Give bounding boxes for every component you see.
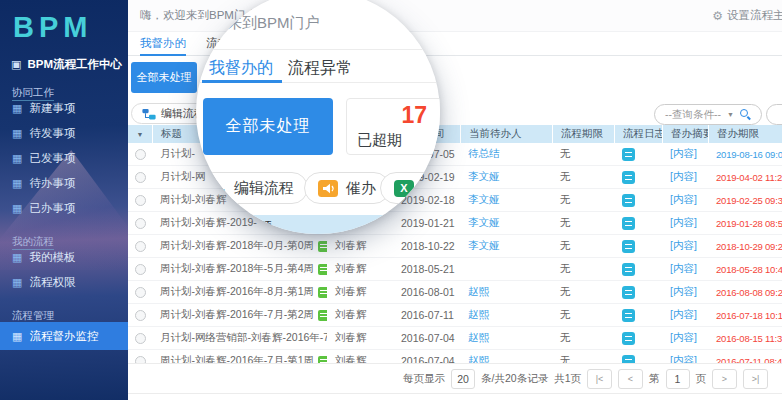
welcome-bar: 嗨，欢迎来到BPM门户 ⚙ 设置流程主题 (128, 0, 782, 32)
summary-link[interactable]: [内容] (662, 308, 708, 322)
sidebar-item-to-send[interactable]: ▦ 待发事项 (0, 121, 128, 146)
excel-doc-icon (318, 310, 327, 321)
assignee-link[interactable]: 李文娅 (460, 193, 552, 207)
summary-link[interactable]: [内容] (662, 147, 708, 161)
assignee-link[interactable]: 赵熙 (460, 331, 552, 345)
flow-log-icon[interactable] (622, 148, 635, 161)
sidebar-item-sent[interactable]: ▦ 已发事项 (0, 146, 128, 171)
sidebar-item-done[interactable]: ▦ 已办事项 (0, 196, 128, 221)
flow-log-icon[interactable] (622, 286, 635, 299)
flow-log-icon[interactable] (622, 171, 635, 184)
summary-link[interactable]: [内容] (662, 170, 708, 184)
magnified-overdue-card[interactable]: 17 已超期 (346, 98, 440, 155)
page-input[interactable]: 1 (666, 369, 690, 389)
summary-link[interactable]: [内容] (662, 262, 708, 276)
chevron-down-icon: ▼ (727, 111, 734, 118)
flow-log-icon[interactable] (622, 194, 635, 207)
summary-link[interactable]: [内容] (662, 239, 708, 253)
doc-icon: ▦ (12, 103, 22, 114)
row-radio[interactable] (135, 241, 146, 252)
row-radio[interactable] (135, 172, 146, 183)
row-radio[interactable] (135, 195, 146, 206)
flow-log-icon[interactable] (622, 240, 635, 253)
table-row[interactable]: 周计划-刘春辉-2018年-5月-第4周 刘春辉 2018-05-21 无 [内… (128, 258, 782, 281)
col-supervise-deadline: 督办期限 (708, 125, 782, 143)
flow-log-icon[interactable] (622, 332, 635, 345)
row-radio[interactable] (135, 310, 146, 321)
magnified-all-unprocessed-button[interactable]: 全部未处理 (203, 98, 333, 155)
assignee-link[interactable]: 李文娅 (460, 216, 552, 230)
excel-doc-icon (318, 287, 327, 298)
table-row[interactable]: 月计划-网络营销部-刘春辉-2016年-7月 刘春辉 2016-07-04 赵熙… (128, 327, 782, 350)
sidebar-item-my-templates[interactable]: ▦ 我的模板 (0, 245, 128, 270)
table-row[interactable]: 周计划-刘春辉-2019- 2019-01-21 李文娅 无 [内容] 2019… (128, 212, 782, 235)
total-pages-label: 共1页 (554, 372, 581, 386)
first-page-button[interactable]: |< (587, 369, 612, 389)
row-radio[interactable] (135, 333, 146, 344)
magnified-tab-my-supervised[interactable]: 我督办的 (209, 58, 273, 79)
tab-my-supervised[interactable]: 我督办的 (140, 32, 186, 55)
last-page-button[interactable]: >| (743, 369, 768, 389)
assignee-link[interactable]: 赵熙 (460, 308, 552, 322)
doc-icon: ▦ (12, 178, 22, 189)
assignee-link[interactable]: 赵熙 (460, 285, 552, 299)
flow-log-icon[interactable] (622, 309, 635, 322)
sidebar-item-flow-permissions[interactable]: ▦ 流程权限 (0, 270, 128, 295)
jump-pre-label: 第 (649, 372, 660, 386)
per-page-input[interactable]: 20 (451, 369, 475, 389)
query-condition-select[interactable]: --查询条件-- ▼ (654, 104, 762, 125)
sort-caret-icon: ▼ (137, 131, 144, 138)
row-radio[interactable] (135, 149, 146, 160)
excel-doc-icon (318, 264, 327, 275)
row-radio[interactable] (135, 218, 146, 229)
flow-log-icon[interactable] (622, 263, 635, 276)
jump-post-label: 页 (696, 372, 707, 386)
sidebar-section-collab: 协同工作 (12, 82, 128, 96)
summary-link[interactable]: [内容] (662, 331, 708, 345)
next-page-button[interactable]: > (712, 369, 737, 389)
pagination-bar: 每页显示 20 条/共20条记录 共1页 |< < 第 1 页 > >| (128, 363, 782, 394)
doc-icon: ▦ (12, 331, 22, 342)
assignee-link[interactable]: 李文娅 (460, 239, 552, 253)
set-theme-button[interactable]: ⚙ 设置流程主题 (712, 8, 782, 23)
prev-page-button[interactable]: < (618, 369, 643, 389)
col-flow-deadline: 流程期限 (552, 125, 614, 143)
search-icon[interactable] (740, 109, 751, 120)
doc-icon: ▦ (12, 153, 22, 164)
table-row[interactable]: 周计划-刘春辉-2016年-8月-第1周 刘春辉 2016-08-01 赵熙 无… (128, 281, 782, 304)
magnified-tab-flow-exception[interactable]: 流程异常 (288, 58, 352, 79)
assignee-link[interactable]: 待总结 (460, 147, 552, 161)
speaker-icon (318, 180, 338, 197)
records-label: 条/共20条记录 (481, 372, 548, 386)
sidebar-item-new-item[interactable]: ▦ 新建事项 (0, 96, 128, 121)
workcenter-icon: ▣ (11, 58, 21, 71)
overdue-count: 17 (401, 102, 427, 129)
table-row[interactable]: 周计划-刘春辉-2018年-0月-第0周 刘春辉 2018-10-22 李文娅 … (128, 235, 782, 258)
col-supervise-summary: 督办摘要 (662, 125, 708, 143)
gear-icon: ⚙ (712, 9, 723, 23)
assignee-link[interactable]: 李文娅 (460, 170, 552, 184)
divider (196, 49, 440, 50)
sidebar: BPM ▣ BPM流程工作中心 协同工作 ▦ 新建事项 ▦ 待发事项 ▦ 已发事… (0, 0, 128, 400)
flow-icon (142, 108, 156, 120)
sidebar-item-bpm-workcenter[interactable]: ▣ BPM流程工作中心 (0, 56, 128, 72)
magnifier-lens: 嗨，欢迎来到BPM门户 我督办的 流程异常 全部未处理 17 已超期 编辑流程 … (196, 0, 440, 234)
select-all-header[interactable]: ▼ (128, 125, 152, 143)
doc-icon: ▦ (12, 277, 22, 288)
row-radio[interactable] (135, 264, 146, 275)
table-row[interactable]: 周计划-刘春辉-2016年-7月-第2周 刘春辉 2016-07-11 赵熙 无… (128, 304, 782, 327)
clipped-toolbar-pill[interactable] (766, 104, 782, 125)
all-unprocessed-button[interactable]: 全部未处理 (131, 62, 197, 93)
summary-link[interactable]: [内容] (662, 285, 708, 299)
magnified-urge-button[interactable]: 催办 (304, 172, 390, 204)
col-current-assignee: 当前待办人 (460, 125, 552, 143)
summary-link[interactable]: [内容] (662, 193, 708, 207)
sidebar-section-flow-mgmt: 流程管理 (12, 305, 128, 319)
bpm-logo: BPM (13, 10, 128, 44)
doc-icon: ▦ (12, 128, 22, 139)
row-radio[interactable] (135, 287, 146, 298)
sidebar-item-supervision-monitor[interactable]: ▦ 流程督办监控 (0, 322, 128, 350)
summary-link[interactable]: [内容] (662, 216, 708, 230)
flow-log-icon[interactable] (622, 217, 635, 230)
sidebar-item-todo[interactable]: ▦ 待办事项 (0, 171, 128, 196)
